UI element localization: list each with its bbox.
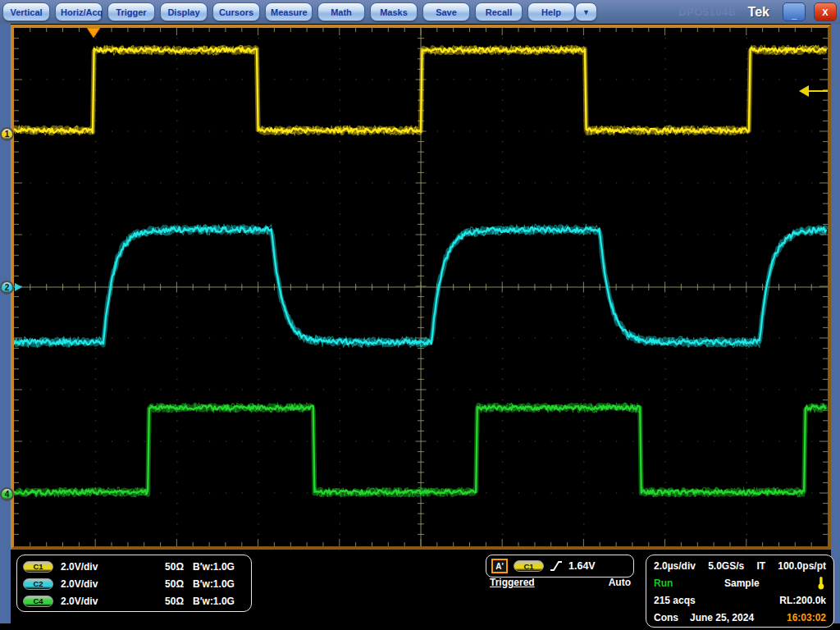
channel2-marker[interactable]: 2 (0, 281, 14, 294)
date-time-row: Cons June 25, 2024 16:03:02 (654, 609, 826, 626)
channel-scale: 2.0V/div (61, 561, 148, 573)
channel-scale: 2.0V/div (61, 596, 148, 607)
sample-rate-value: 5.0GS/s (708, 560, 744, 572)
channel-bandwidth: B′w:1.0G (193, 578, 235, 590)
trigger-level-arrow[interactable] (799, 85, 809, 97)
menu-button-masks[interactable]: Masks (370, 2, 418, 21)
channel-impedance: 50Ω (148, 561, 184, 573)
console-label: Cons (654, 612, 678, 623)
minimize-icon: _ (792, 10, 797, 20)
close-icon: X (822, 7, 828, 17)
close-button[interactable]: X (814, 2, 837, 21)
resolution-value: 100.0ps/pt (778, 560, 826, 572)
menu-more-button[interactable]: ▼ (575, 2, 597, 21)
menu-button-cursors[interactable]: Cursors (212, 2, 260, 21)
menu-button-display[interactable]: Display (160, 2, 208, 21)
horizontal-readout-box[interactable]: 2.0µs/div 5.0GS/s IT 100.0ps/pt Run Samp… (646, 555, 834, 628)
acquisition-mode: Sample (724, 578, 760, 589)
menu-bar: VerticalHoriz/AcqTriggerDisplayCursorsMe… (0, 0, 840, 24)
trigger-status-row: Triggered Auto (490, 577, 631, 588)
model-label: DPO5104B (678, 6, 736, 18)
menu-button-trigger[interactable]: Trigger (107, 2, 155, 21)
channel-impedance: 50Ω (148, 596, 184, 607)
rising-edge-icon (550, 560, 563, 572)
minimize-button[interactable]: _ (783, 2, 806, 21)
run-state-row: Run Sample (654, 574, 826, 591)
trigger-position-marker[interactable] (87, 28, 100, 38)
right-chrome-strip (831, 24, 840, 623)
trigger-readout-box[interactable]: A' C1 1.64V (486, 555, 634, 578)
left-chrome-strip (0, 24, 11, 623)
menu-button-horiz-acq[interactable]: Horiz/Acq (55, 2, 103, 21)
channel-bandwidth: B′w:1.0G (193, 596, 235, 607)
channel-scale: 2.0V/div (61, 578, 148, 590)
waveform-display[interactable] (14, 28, 828, 546)
trigger-status: Triggered (490, 577, 535, 588)
channel-readout-row-c4[interactable]: C42.0V/div50ΩB′w:1.0G (23, 592, 245, 609)
menu-items: VerticalHoriz/AcqTriggerDisplayCursorsMe… (2, 2, 575, 21)
channel-bandwidth: B′w:1.0G (193, 561, 235, 573)
channel-readout-row-c1[interactable]: C12.0V/div50ΩB′w:1.0G (23, 558, 245, 575)
channel-badge-c2: C2 (23, 578, 53, 590)
window-controls: DPO5104B Tek _ X (678, 2, 840, 21)
menu-button-help[interactable]: Help (527, 2, 575, 21)
menu-button-measure[interactable]: Measure (265, 2, 313, 21)
acq-count-row: 215 acqs RL:200.0k (654, 591, 826, 609)
tek-logo: Tek (748, 5, 769, 20)
channel1-marker[interactable]: 1 (0, 127, 14, 141)
channel2-position-arrow-icon (15, 283, 22, 291)
oscilloscope-screen: VerticalHoriz/AcqTriggerDisplayCursorsMe… (0, 0, 840, 630)
channel4-marker[interactable]: 4 (0, 487, 14, 501)
menu-button-vertical[interactable]: Vertical (2, 2, 50, 21)
time-value: 16:03:02 (787, 612, 826, 623)
timebase-value: 2.0µs/div (654, 560, 696, 572)
channel-readout-row-c2[interactable]: C22.0V/div50ΩB′w:1.0G (23, 575, 245, 592)
trigger-aux-badge: A' (491, 559, 508, 573)
date-value: June 25, 2024 (690, 612, 754, 623)
channel-readout-box: C12.0V/div50ΩB′w:1.0GC22.0V/div50ΩB′w:1.… (16, 555, 252, 612)
acquisition-count: 215 acqs (654, 595, 696, 606)
sampling-mode-value: IT (756, 560, 765, 572)
channel-impedance: 50Ω (148, 578, 184, 590)
graticule-frame (11, 25, 831, 550)
trigger-level-value: 1.64V (568, 560, 596, 572)
run-state: Run (654, 578, 673, 589)
channel-badge-c1: C1 (23, 561, 53, 573)
channel-badge-c4: C4 (23, 596, 53, 607)
menu-button-recall[interactable]: Recall (475, 2, 523, 21)
trigger-source-badge: C1 (514, 560, 544, 572)
menu-button-save[interactable]: Save (422, 2, 470, 21)
thermometer-icon (816, 576, 826, 590)
menu-button-math[interactable]: Math (317, 2, 365, 21)
record-length: RL:200.0k (779, 595, 826, 606)
trigger-mode: Auto (609, 577, 631, 588)
timebase-row: 2.0µs/div 5.0GS/s IT 100.0ps/pt (654, 557, 826, 574)
